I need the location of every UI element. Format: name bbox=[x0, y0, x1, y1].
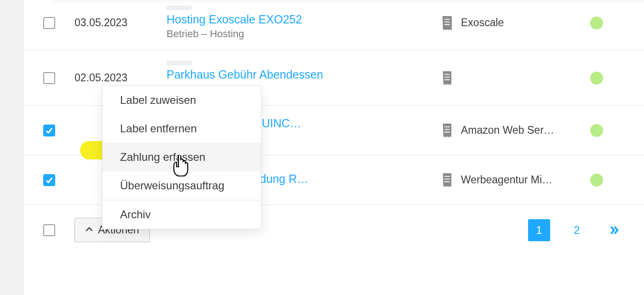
placeholder-bar bbox=[167, 6, 192, 10]
left-gutter bbox=[0, 0, 24, 295]
status-dot-icon bbox=[590, 174, 603, 187]
row-vendor: Werbeagentur Mi… bbox=[461, 174, 581, 186]
row-checkbox[interactable] bbox=[43, 17, 55, 29]
table-row: 03.05.2023 Hosting Exoscale EXO252 Betri… bbox=[24, 0, 644, 51]
row-title-cell: Hosting Exoscale EXO252 Betrieb – Hostin… bbox=[167, 6, 433, 40]
receipt-icon bbox=[433, 124, 461, 137]
row-vendor: Amazon Web Ser… bbox=[461, 124, 581, 136]
page-next-button[interactable] bbox=[604, 219, 626, 241]
row-checkbox[interactable] bbox=[43, 174, 55, 186]
receipt-icon bbox=[433, 173, 461, 187]
row-title-link[interactable]: Hosting Exoscale EXO252 bbox=[167, 13, 424, 26]
receipt-icon bbox=[433, 16, 461, 30]
placeholder-bar bbox=[167, 61, 192, 65]
row-checkbox[interactable] bbox=[43, 72, 55, 84]
menu-item-label-zuweisen[interactable]: Label zuweisen bbox=[103, 86, 261, 114]
row-date: 02.05.2023 bbox=[75, 72, 167, 84]
row-date: 03.05.2023 bbox=[75, 17, 167, 29]
page-2-button[interactable]: 2 bbox=[566, 219, 588, 241]
page-1-button[interactable]: 1 bbox=[528, 219, 550, 241]
menu-item-label-entfernen[interactable]: Label entfernen bbox=[103, 114, 261, 143]
chevron-up-icon bbox=[85, 224, 93, 236]
status-dot-icon bbox=[590, 124, 603, 137]
pagination: 1 2 bbox=[528, 219, 626, 241]
status-dot-icon bbox=[590, 72, 603, 85]
row-checkbox[interactable] bbox=[43, 125, 55, 136]
menu-item-archiv[interactable]: Archiv bbox=[103, 200, 261, 229]
select-all-checkbox[interactable] bbox=[43, 224, 55, 236]
status-dot-icon bbox=[590, 17, 603, 29]
receipt-icon bbox=[433, 71, 461, 85]
row-subtitle: Betrieb – Hosting bbox=[167, 28, 424, 40]
row-vendor: Exoscale bbox=[461, 17, 581, 29]
cursor-pointer-icon bbox=[172, 155, 190, 182]
row-title-link[interactable]: Parkhaus Gebühr Abendessen bbox=[167, 68, 424, 81]
